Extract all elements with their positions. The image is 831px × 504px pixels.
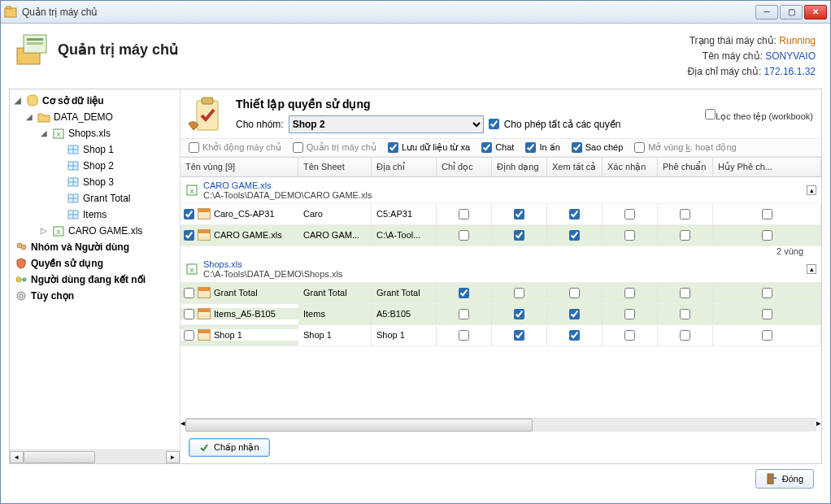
nav-options[interactable]: Tùy chọn xyxy=(11,288,178,304)
cell-ap[interactable] xyxy=(680,330,690,341)
group-select[interactable]: Shop 2 xyxy=(289,115,484,133)
tree-items[interactable]: Items xyxy=(11,206,178,223)
database-icon xyxy=(26,94,39,107)
tree-file-shops[interactable]: ◢XShops.xls xyxy=(11,125,178,141)
table-row[interactable]: Items_A5-B105 Items A5:B105 xyxy=(181,304,821,325)
table-row[interactable]: Grant Total Grant Total Grant Total xyxy=(181,283,821,304)
allow-all-checkbox[interactable] xyxy=(489,119,499,129)
scroll-thumb[interactable] xyxy=(24,451,95,463)
col-readonly[interactable]: Chỉ đọc xyxy=(437,158,492,176)
col-reject[interactable]: Hủy Phê ch... xyxy=(713,158,821,176)
server-info: Trạng thái máy chủ: Running Tên máy chủ:… xyxy=(688,33,816,80)
col-name[interactable]: Tên vùng [9] xyxy=(181,158,298,176)
scroll-thumb[interactable] xyxy=(185,419,533,432)
cell-ro[interactable] xyxy=(459,309,469,319)
perm-chat-checkbox[interactable] xyxy=(481,142,492,153)
cell-cf[interactable] xyxy=(624,330,635,341)
app-icon xyxy=(4,6,17,19)
scroll-left-button[interactable]: ◂ xyxy=(10,451,24,463)
cell-ap[interactable] xyxy=(680,230,690,241)
perm-start-checkbox[interactable] xyxy=(189,142,199,153)
perm-copy-checkbox[interactable] xyxy=(572,142,582,153)
tree-file-caro[interactable]: ▷XCARO GAME.xls xyxy=(11,223,178,239)
tree-shop-3[interactable]: Shop 3 xyxy=(11,174,178,190)
perm-admin-checkbox[interactable] xyxy=(293,142,303,153)
row-select-checkbox[interactable] xyxy=(184,309,194,319)
row-select-checkbox[interactable] xyxy=(184,288,194,298)
cell-rj[interactable] xyxy=(762,209,772,219)
cell-ro[interactable] xyxy=(459,230,469,241)
cell-ro[interactable] xyxy=(459,330,469,341)
table-row[interactable]: Shop 1 Shop 1 Shop 1 xyxy=(181,325,821,346)
cell-rj[interactable] xyxy=(762,230,772,241)
scroll-right-button[interactable]: ▸ xyxy=(166,451,180,463)
col-sheet[interactable]: Tên Sheet xyxy=(298,158,372,176)
cell-ap[interactable] xyxy=(680,209,690,219)
close-dialog-button[interactable]: Đóng xyxy=(755,469,814,489)
scroll-track[interactable] xyxy=(185,418,816,432)
nav-users-groups[interactable]: Nhóm và Người dùng xyxy=(11,239,178,255)
collapse-icon[interactable]: ▴ xyxy=(807,185,816,195)
table-row[interactable]: CARO GAME.xls CARO GAM... C:\A-Tool... xyxy=(181,225,821,246)
cell-cf[interactable] xyxy=(624,288,635,298)
cell-cf[interactable] xyxy=(624,230,635,241)
cell-ap[interactable] xyxy=(680,309,690,319)
tree-shop-1[interactable]: Shop 1 xyxy=(11,141,178,158)
cell-fmt[interactable] xyxy=(514,230,524,241)
group-shops[interactable]: X Shops.xls C:\A-Tools\DATA_DEMO\Shops.x… xyxy=(181,256,821,283)
col-viewall[interactable]: Xem tất cả xyxy=(547,158,603,176)
col-approve[interactable]: Phê chuẩn xyxy=(658,158,713,176)
close-button[interactable]: ✕ xyxy=(804,5,827,20)
row-select-checkbox[interactable] xyxy=(184,209,194,219)
cell-rj[interactable] xyxy=(762,288,772,298)
content-area: Quản trị máy chủ Trạng thái máy chủ: Run… xyxy=(1,24,830,503)
collapse-icon[interactable]: ▴ xyxy=(807,264,816,274)
minimize-button[interactable]: ─ xyxy=(755,5,778,20)
cell-ro[interactable] xyxy=(459,288,469,298)
scroll-right-button[interactable]: ▸ xyxy=(816,418,821,432)
col-confirm[interactable]: Xác nhận xyxy=(603,158,658,176)
cell-rj[interactable] xyxy=(762,330,772,341)
perm-openinactive-checkbox[interactable] xyxy=(634,142,645,153)
excel-file-icon: X xyxy=(52,127,65,140)
cell-ro[interactable] xyxy=(459,209,469,219)
perm-print-checkbox[interactable] xyxy=(525,142,536,153)
cell-fmt[interactable] xyxy=(514,330,524,341)
cell-fmt[interactable] xyxy=(514,309,524,319)
filter-workbook-label: Lọc theo tệp (workbook) xyxy=(716,111,813,121)
cell-va[interactable] xyxy=(569,330,580,341)
accept-button[interactable]: Chấp nhận xyxy=(189,438,270,457)
cell-cf[interactable] xyxy=(624,309,635,319)
window: Quản trị máy chủ ─ ▢ ✕ Quản trị máy chủ … xyxy=(0,0,831,504)
cell-va[interactable] xyxy=(569,309,580,319)
tree-shop-2[interactable]: Shop 2 xyxy=(11,158,178,174)
tree-folder[interactable]: ◢DATA_DEMO xyxy=(11,109,178,125)
filter-workbook-checkbox[interactable] xyxy=(705,109,716,119)
grid-hscrollbar[interactable]: ◂ ▸ xyxy=(181,418,821,432)
cell-rj[interactable] xyxy=(762,309,772,319)
cell-fmt[interactable] xyxy=(514,209,524,219)
row-select-checkbox[interactable] xyxy=(184,230,194,241)
tree-root[interactable]: ◢Cơ sở dữ liệu xyxy=(11,93,178,109)
nav-permissions[interactable]: Quyền sử dụng xyxy=(11,255,178,272)
cell-cf[interactable] xyxy=(624,209,635,219)
cell-va[interactable] xyxy=(569,288,580,298)
scroll-track[interactable] xyxy=(24,451,166,463)
group-caro[interactable]: X CARO GAME.xls C:\A-Tools\DATA_DEMO\CAR… xyxy=(181,177,821,204)
sidebar-hscrollbar[interactable]: ◂ ▸ xyxy=(10,450,180,463)
title-bar[interactable]: Quản trị máy chủ ─ ▢ ✕ xyxy=(1,1,830,24)
cell-fmt[interactable] xyxy=(514,288,524,298)
cell-va[interactable] xyxy=(569,230,580,241)
col-addr[interactable]: Địa chỉ xyxy=(372,158,437,176)
tree-grant-total[interactable]: Grant Total xyxy=(11,190,178,206)
table-row[interactable]: Caro_C5-AP31 Caro C5:AP31 xyxy=(181,204,821,225)
row-select-checkbox[interactable] xyxy=(184,330,194,341)
col-format[interactable]: Định dạng xyxy=(492,158,547,176)
cell-ap[interactable] xyxy=(680,288,690,298)
cell-va[interactable] xyxy=(569,209,580,219)
maximize-button[interactable]: ▢ xyxy=(780,5,803,20)
nav-connected-users[interactable]: Người dùng đang kết nối xyxy=(11,272,178,288)
window-title: Quản trị máy chủ xyxy=(22,7,755,18)
perm-remote-checkbox[interactable] xyxy=(388,142,398,153)
range-icon xyxy=(198,308,211,319)
